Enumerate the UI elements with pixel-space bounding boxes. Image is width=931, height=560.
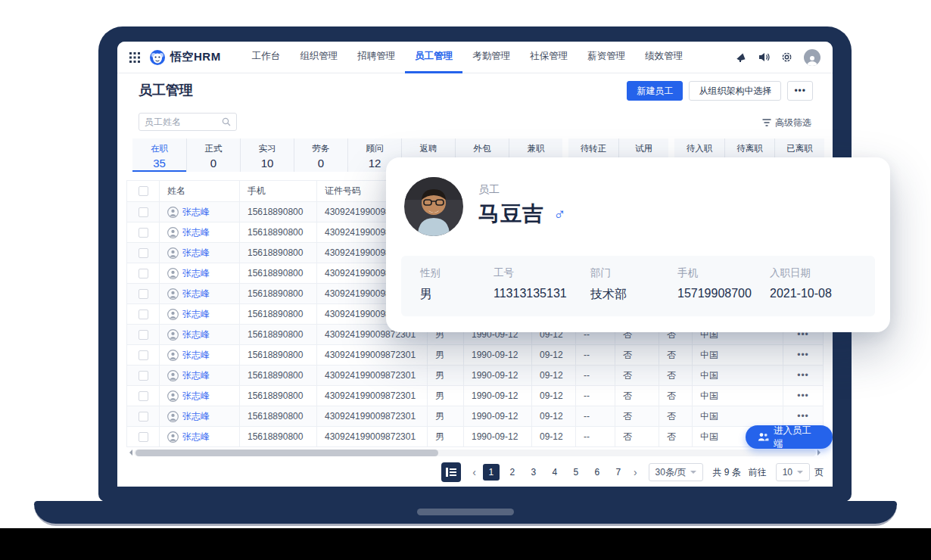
menu-item-attendance[interactable]: 考勤管理 xyxy=(462,42,520,73)
megaphone-icon[interactable] xyxy=(736,51,747,63)
cell-dash: -- xyxy=(576,345,615,366)
advanced-filter-button[interactable]: 高级筛选 xyxy=(762,117,811,129)
row-checkbox[interactable] xyxy=(139,248,148,258)
person-avatar-icon xyxy=(167,207,179,218)
person-avatar-icon xyxy=(167,268,179,279)
scroll-track[interactable] xyxy=(134,450,816,456)
employee-name-link[interactable]: 张志峰 xyxy=(182,308,210,321)
employee-name-link[interactable]: 张志峰 xyxy=(182,390,210,403)
scroll-right-arrow[interactable] xyxy=(817,450,824,456)
row-checkbox[interactable] xyxy=(139,269,148,278)
cell-phone: 15618890800 xyxy=(240,284,317,304)
row-more-button[interactable]: ••• xyxy=(783,345,824,366)
field-gender: 性别 男 xyxy=(420,266,441,303)
new-employee-button[interactable]: 新建员工 xyxy=(627,81,683,101)
field-mobile: 手机 15719908700 xyxy=(677,266,752,300)
employee-search-box xyxy=(139,113,237,131)
user-avatar[interactable] xyxy=(804,49,820,66)
horizontal-scrollbar xyxy=(126,449,824,456)
goto-page-select[interactable]: 10 xyxy=(776,463,810,481)
cell-gender: 男 xyxy=(428,427,464,447)
page-7[interactable]: 7 xyxy=(610,464,627,481)
row-checkbox[interactable] xyxy=(139,207,148,217)
employee-name-input[interactable] xyxy=(145,117,222,127)
row-checkbox[interactable] xyxy=(139,432,148,442)
employee-name-link[interactable]: 张志峰 xyxy=(182,369,210,382)
cell-gender: 男 xyxy=(428,406,464,427)
more-actions-button[interactable]: ••• xyxy=(787,81,813,101)
person-avatar-icon xyxy=(167,309,179,320)
employee-name-link[interactable]: 张志峰 xyxy=(182,349,210,362)
page-4[interactable]: 4 xyxy=(546,464,563,481)
cell-birthday: 09-12 xyxy=(532,345,576,366)
laptop-base-notch xyxy=(417,509,514,515)
menu-item-salary[interactable]: 薪资管理 xyxy=(578,42,635,73)
page-3[interactable]: 3 xyxy=(525,464,542,481)
employee-name-link[interactable]: 张志峰 xyxy=(182,410,210,423)
row-checkbox[interactable] xyxy=(139,330,148,340)
menu-item-social[interactable]: 社保管理 xyxy=(520,42,578,73)
scroll-thumb[interactable] xyxy=(135,450,438,456)
row-more-button[interactable]: ••• xyxy=(783,386,824,406)
table-row: 张志峰 15618890800 430924199009872301 男 199… xyxy=(126,345,824,366)
cell-birthday: 09-12 xyxy=(532,386,576,406)
cell-flag2: 否 xyxy=(659,366,693,386)
cell-gender: 男 xyxy=(428,386,464,406)
tab-labor[interactable]: 劳务0 xyxy=(294,138,347,172)
employee-name-link[interactable]: 张志峰 xyxy=(182,431,210,443)
employee-name-link[interactable]: 张志峰 xyxy=(182,206,210,219)
employee-name: 马豆吉 xyxy=(478,200,544,229)
table-settings-button[interactable] xyxy=(441,462,461,482)
tab-formal[interactable]: 正式0 xyxy=(186,138,240,172)
employee-popup-card: 员工 马豆吉 ♂ 性别 男 工号 11313135131 部门 技术部 手机 1… xyxy=(386,157,890,332)
cell-dash: -- xyxy=(576,386,615,406)
cell-birth-date: 1990-09-12 xyxy=(464,406,532,427)
scroll-left-arrow[interactable] xyxy=(126,450,132,456)
cell-phone: 15618890800 xyxy=(240,427,317,447)
page-5[interactable]: 5 xyxy=(568,464,584,481)
tab-intern[interactable]: 实习10 xyxy=(240,138,294,172)
employee-name-link[interactable]: 张志峰 xyxy=(182,288,210,300)
search-icon[interactable] xyxy=(222,117,231,126)
menu-item-org[interactable]: 组织管理 xyxy=(290,42,347,73)
row-checkbox[interactable] xyxy=(139,310,148,319)
cell-phone: 15618890800 xyxy=(240,243,317,263)
person-avatar-icon xyxy=(167,411,179,422)
row-checkbox[interactable] xyxy=(139,350,148,360)
page-size-select[interactable]: 30条/页 xyxy=(649,463,704,481)
row-more-button[interactable]: ••• xyxy=(783,366,824,386)
goto-label: 前往 xyxy=(749,466,767,479)
tab-onjob[interactable]: 在职35 xyxy=(132,138,186,172)
employee-name-link[interactable]: 张志峰 xyxy=(182,226,210,239)
cell-gender: 男 xyxy=(428,366,464,386)
select-from-org-button[interactable]: 从组织架构中选择 xyxy=(689,81,781,101)
apps-grid-icon[interactable] xyxy=(129,52,140,63)
employee-name-link[interactable]: 张志峰 xyxy=(182,267,210,280)
speaker-icon[interactable] xyxy=(758,51,770,63)
page-2[interactable]: 2 xyxy=(504,464,521,481)
select-all-checkbox[interactable] xyxy=(139,186,148,196)
table-row: 张志峰 15618890800 430924199009872301 男 199… xyxy=(126,366,824,386)
enter-employee-portal-button[interactable]: 进入员工端 xyxy=(746,425,833,449)
menu-item-recruit[interactable]: 招聘管理 xyxy=(347,42,405,73)
cell-flag1: 否 xyxy=(615,427,659,447)
next-page-arrow[interactable]: › xyxy=(631,466,640,478)
row-checkbox[interactable] xyxy=(139,391,148,401)
table-row: 张志峰 15618890800 430924199009872301 男 199… xyxy=(126,427,824,447)
employee-name-link[interactable]: 张志峰 xyxy=(182,247,210,260)
page-6[interactable]: 6 xyxy=(589,464,606,481)
employee-name-link[interactable]: 张志峰 xyxy=(182,328,210,341)
row-checkbox[interactable] xyxy=(139,412,148,422)
cell-id-number: 430924199009872301 xyxy=(317,386,428,406)
menu-item-workbench[interactable]: 工作台 xyxy=(242,42,291,73)
header-name: 姓名 xyxy=(160,181,240,202)
page-1[interactable]: 1 xyxy=(483,464,500,481)
menu-item-employee[interactable]: 员工管理 xyxy=(405,42,462,73)
prev-page-arrow[interactable]: ‹ xyxy=(470,466,478,478)
row-checkbox[interactable] xyxy=(139,228,148,238)
menu-item-performance[interactable]: 绩效管理 xyxy=(635,42,693,73)
settings-gear-icon[interactable] xyxy=(781,51,792,63)
row-checkbox[interactable] xyxy=(139,371,148,381)
cell-flag2: 否 xyxy=(659,345,693,366)
row-checkbox[interactable] xyxy=(139,289,148,299)
